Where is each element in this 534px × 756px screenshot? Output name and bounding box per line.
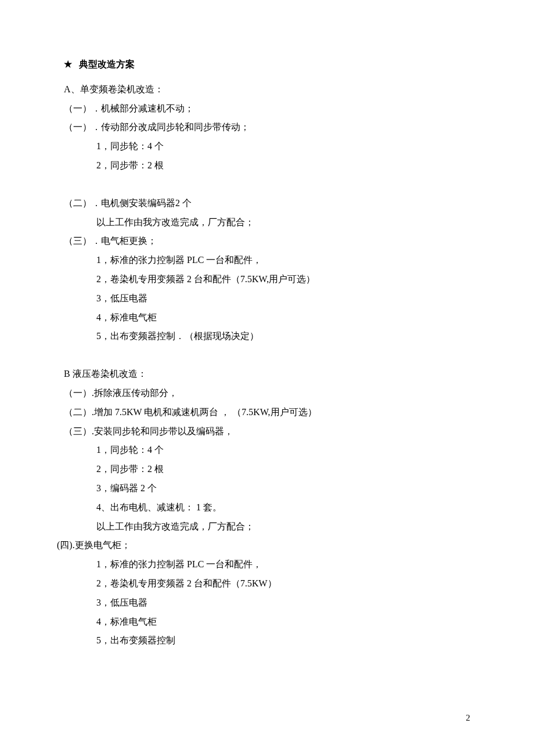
section-a-sub4-1: 1，标准的张力控制器 PLC 一台和配件， bbox=[64, 251, 470, 270]
section-a-sub4-2: 2，卷染机专用变频器 2 台和配件（7.5KW,用户可选） bbox=[64, 270, 470, 289]
section-b-item3: （三）.安装同步轮和同步带以及编码器， bbox=[64, 422, 470, 441]
section-b-sub3-1: 1，同步轮：4 个 bbox=[64, 441, 470, 460]
section-a-item3: （二）．电机侧安装编码器2 个 bbox=[64, 194, 470, 213]
section-a-title: A、单变频卷染机改造： bbox=[64, 80, 470, 99]
section-b-sub4-1: 1，标准的张力控制器 PLC 一台和配件， bbox=[64, 555, 470, 574]
section-a-sub4-3: 3，低压电器 bbox=[64, 289, 470, 308]
section-b-item4: (四).更换电气柜； bbox=[57, 536, 470, 555]
section-b-sub4-2: 2，卷染机专用变频器 2 台和配件（7.5KW） bbox=[64, 574, 470, 593]
section-a-item1: （一）．机械部分减速机不动； bbox=[64, 99, 470, 118]
section-a-sub4-5: 5，出布变频器控制．（根据现场决定） bbox=[64, 327, 470, 346]
section-a-sub2: 2，同步带：2 根 bbox=[64, 156, 470, 175]
page-number: 2 bbox=[466, 709, 471, 727]
section-b-sub4-3: 3，低压电器 bbox=[64, 593, 470, 613]
section-b-item2: （二）.增加 7.5KW 电机和减速机两台 ， （7.5KW,用户可选） bbox=[64, 403, 470, 422]
section-b-sub3-3: 3，编码器 2 个 bbox=[64, 479, 470, 498]
section-a-item3-note: 以上工作由我方改造完成，厂方配合； bbox=[64, 213, 470, 232]
section-b-sub3-2: 2，同步带：2 根 bbox=[64, 460, 470, 479]
spacer bbox=[64, 346, 470, 365]
section-a-sub1: 1，同步轮：4 个 bbox=[64, 137, 470, 156]
section-a-item4: （三）．电气柜更换； bbox=[64, 232, 470, 251]
section-b-sub4-5: 5，出布变频器控制 bbox=[64, 631, 470, 650]
section-b-sub3-note: 以上工作由我方改造完成，厂方配合； bbox=[64, 517, 470, 537]
section-b-sub4-4: 4，标准电气柜 bbox=[64, 613, 470, 632]
star-icon: ★ bbox=[64, 59, 72, 69]
section-heading: ★典型改造方案 bbox=[64, 55, 470, 74]
section-b-title: B 液压卷染机改造： bbox=[64, 365, 470, 384]
heading-title: 典型改造方案 bbox=[79, 59, 135, 69]
section-b-item1: （一）.拆除液压传动部分， bbox=[64, 384, 470, 403]
spacer bbox=[64, 175, 470, 194]
section-b-sub3-4: 4、出布电机、减速机： 1 套。 bbox=[64, 498, 470, 517]
section-a-sub4-4: 4，标准电气柜 bbox=[64, 308, 470, 327]
section-a-item2: （一）．传动部分改成同步轮和同步带传动； bbox=[64, 118, 470, 137]
